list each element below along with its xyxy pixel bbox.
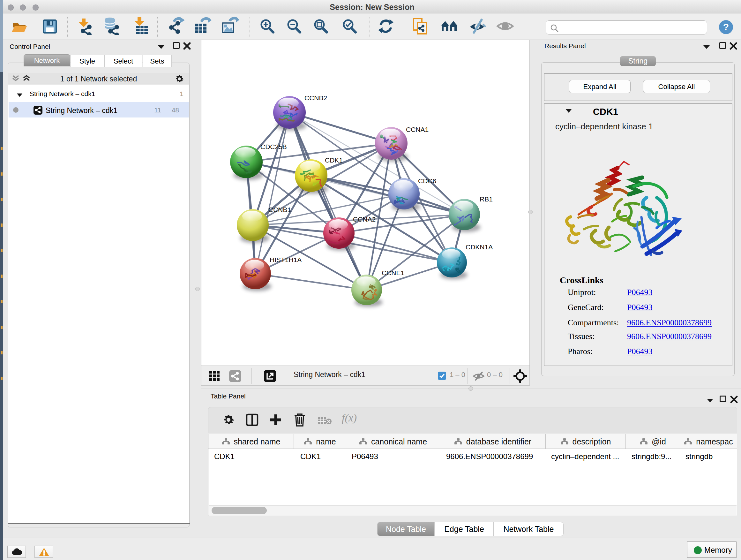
svg-text:RB1: RB1 — [480, 195, 493, 203]
svg-text:HIST1H1A: HIST1H1A — [270, 256, 301, 263]
svg-text:CDC25B: CDC25B — [260, 143, 287, 150]
svg-text:CDC6: CDC6 — [418, 177, 436, 185]
svg-text:CCNB2: CCNB2 — [305, 94, 327, 102]
svg-text:CDKN1A: CDKN1A — [466, 243, 493, 251]
svg-text:CCNA1: CCNA1 — [406, 126, 428, 133]
svg-text:CCNE1: CCNE1 — [382, 269, 404, 276]
svg-text:CDK1: CDK1 — [325, 157, 343, 164]
svg-text:CCNB1: CCNB1 — [268, 206, 291, 213]
svg-text:CCNA2: CCNA2 — [353, 215, 376, 223]
